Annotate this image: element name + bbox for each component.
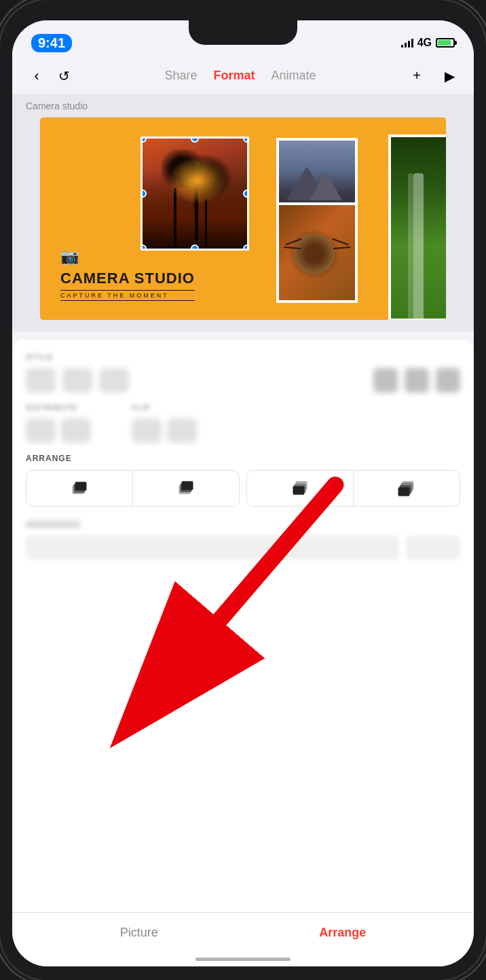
send-to-back-icon — [397, 479, 416, 498]
signal-bars-icon — [401, 38, 413, 48]
arrange-section: ARRANGE — [26, 454, 460, 507]
position-value-blurred — [406, 535, 460, 560]
photo-waterfall[interactable] — [388, 134, 447, 321]
studio-text-area: 📷 CAMERA STUDIO CAPTURE THE MOMENT — [60, 248, 195, 301]
bring-to-front-button[interactable] — [26, 471, 133, 506]
distribute-flip-section: DISTRIBUTE FLIP — [26, 403, 460, 443]
photo-spider[interactable] — [276, 202, 358, 303]
style-option-3[interactable] — [99, 368, 129, 393]
arrange-label: ARRANGE — [26, 454, 460, 463]
photo-selected[interactable] — [141, 137, 249, 251]
resize-handle-br[interactable] — [243, 244, 249, 251]
distribute-label: DISTRIBUTE — [26, 403, 91, 412]
bottom-tab-picture[interactable]: Picture — [120, 926, 158, 940]
style-section: STYLE — [26, 353, 460, 393]
add-button[interactable]: + — [406, 65, 428, 87]
red-arrow-svg — [12, 394, 474, 776]
send-backward-button[interactable] — [247, 471, 354, 506]
bring-to-front-icon — [70, 479, 89, 498]
svg-rect-10 — [293, 486, 304, 494]
distribute-btn-1[interactable] — [26, 418, 56, 443]
back-button[interactable]: ‹ — [26, 65, 48, 87]
resize-handle-bm[interactable] — [191, 244, 199, 251]
toolbar-right: + ▶ — [406, 65, 460, 87]
slide-canvas[interactable]: 📷 CAMERA STUDIO CAPTURE THE MOMENT — [39, 117, 447, 321]
style-row — [26, 368, 460, 393]
style-option-1[interactable] — [26, 368, 56, 393]
flip-label: FLIP — [132, 403, 197, 412]
send-backward-icon — [291, 479, 310, 498]
photo-selected-img — [143, 139, 247, 249]
bring-forward-icon — [176, 479, 195, 498]
flip-btn-2[interactable] — [167, 418, 197, 443]
style-option-2[interactable] — [62, 368, 92, 393]
notch — [189, 20, 297, 45]
phone-screen: 9:41 4G ‹ ↺ Share Format Ani — [12, 20, 474, 966]
arrange-group-back — [246, 470, 460, 507]
svg-rect-14 — [398, 488, 409, 496]
toolbar-tabs: Share Format Animate — [80, 69, 400, 83]
style-icon-1[interactable] — [373, 368, 398, 393]
resize-handle-tr[interactable] — [243, 137, 249, 143]
style-icon-2[interactable] — [405, 368, 429, 393]
network-status: 4G — [417, 37, 432, 49]
send-to-back-button[interactable] — [354, 471, 460, 506]
arrange-group-front — [26, 470, 240, 507]
arrange-buttons — [26, 470, 460, 507]
position-section — [26, 520, 460, 560]
play-button[interactable]: ▶ — [438, 65, 460, 87]
home-indicator — [195, 958, 291, 961]
resize-handle-bl[interactable] — [141, 244, 147, 251]
studio-tagline: CAPTURE THE MOMENT — [60, 290, 195, 301]
position-row — [26, 535, 460, 560]
format-panel: STYLE DISTRIBUTE — [12, 340, 474, 912]
tab-format[interactable]: Format — [213, 69, 255, 83]
svg-rect-7 — [182, 482, 193, 490]
flip-btn-1[interactable] — [132, 418, 162, 443]
svg-rect-4 — [75, 482, 86, 490]
battery-fill — [438, 40, 451, 46]
studio-title: CAMERA STUDIO — [60, 270, 195, 287]
toolbar: ‹ ↺ Share Format Animate + ▶ — [12, 57, 474, 95]
resize-handle-mr[interactable] — [243, 189, 249, 198]
canvas-label: Camera studio — [26, 101, 460, 111]
battery-icon — [436, 38, 455, 48]
undo-button[interactable]: ↺ — [53, 65, 75, 87]
tab-animate[interactable]: Animate — [272, 69, 316, 83]
tab-share[interactable]: Share — [164, 69, 197, 83]
style-icon-3[interactable] — [436, 368, 460, 393]
style-label: STYLE — [26, 353, 460, 361]
position-label-blurred — [26, 520, 80, 528]
bring-forward-button[interactable] — [133, 471, 239, 506]
arrow-overlay — [12, 394, 474, 776]
canvas-area: Camera studio — [12, 95, 474, 331]
phone-frame: 9:41 4G ‹ ↺ Share Format Ani — [0, 0, 486, 980]
status-time: 9:41 — [31, 34, 72, 52]
position-input-blurred — [26, 535, 399, 560]
status-right: 4G — [401, 37, 455, 49]
distribute-btn-2[interactable] — [61, 418, 91, 443]
bottom-tab-arrange[interactable]: Arrange — [319, 926, 366, 940]
